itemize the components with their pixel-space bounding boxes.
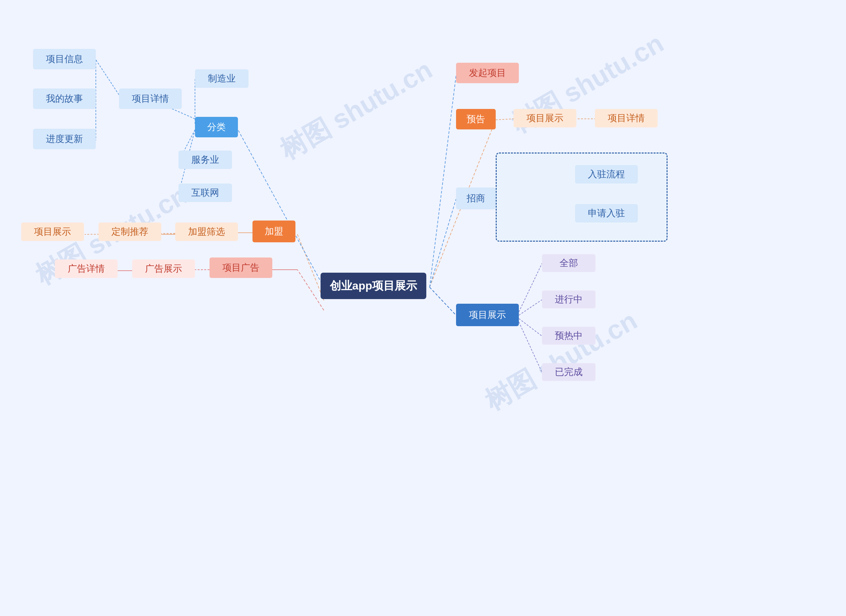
center-node: 创业app项目展示 <box>321 273 426 299</box>
node-yugao: 预告 <box>456 109 496 129</box>
node-faqi-xm-label: 发起项目 <box>469 67 506 79</box>
node-hulianwang: 互联网 <box>178 183 232 202</box>
svg-line-34 <box>430 287 456 315</box>
svg-line-28 <box>496 119 513 120</box>
node-faqi-xm: 发起项目 <box>456 63 519 83</box>
node-jiameng: 加盟 <box>253 220 296 242</box>
node-xm-xiangqing-left: 项目详情 <box>119 88 182 109</box>
node-quanbu-label: 全部 <box>559 257 578 269</box>
node-yiwancheng: 已完成 <box>542 363 596 381</box>
svg-line-37 <box>519 318 542 336</box>
node-xm-zhanshi-left: 项目展示 <box>21 223 84 241</box>
node-fenlei-label: 分类 <box>207 121 226 133</box>
node-xm-guanggao: 项目广告 <box>209 258 272 278</box>
node-ruzhu-liucheng: 入驻流程 <box>575 165 638 183</box>
node-hulianwang-label: 互联网 <box>191 186 219 199</box>
node-xm-xinxi: 项目信息 <box>33 49 96 69</box>
svg-line-36 <box>519 300 542 315</box>
svg-line-6 <box>297 270 324 310</box>
center-label: 创业app项目展示 <box>330 278 417 293</box>
node-ruzhu-liucheng-label: 入驻流程 <box>588 168 625 180</box>
svg-line-35 <box>519 263 542 312</box>
svg-line-38 <box>519 322 542 373</box>
node-zhizaoye: 制造业 <box>195 69 249 88</box>
node-jiameng-label: 加盟 <box>265 225 283 238</box>
node-quanbu: 全部 <box>542 254 596 272</box>
watermark-2: 树图 shutu.cn <box>274 52 439 168</box>
node-yugao-label: 预告 <box>466 113 485 125</box>
node-xm-xiangqing-right: 项目详情 <box>595 109 658 128</box>
node-xm-xiangqing-right-label: 项目详情 <box>608 112 645 125</box>
node-xm-xiangqing-left-label: 项目详情 <box>132 92 169 105</box>
mind-map: 树图 shutu.cn 树图 shutu.cn 树图 shutu.cn 树图 s… <box>0 0 846 616</box>
node-shenqing-ruzhu: 申请入驻 <box>575 204 638 223</box>
node-yurezhong-label: 预热中 <box>555 330 583 342</box>
node-fuwuye-label: 服务业 <box>191 154 219 166</box>
node-xm-zhanshi-left-label: 项目展示 <box>34 226 71 238</box>
node-guanggao-zhanshi: 广告展示 <box>132 260 195 278</box>
node-xm-zhanshi-right: 项目展示 <box>513 109 576 128</box>
node-wode-gushi-label: 我的故事 <box>46 92 83 105</box>
node-wode-gushi: 我的故事 <box>33 88 96 109</box>
node-guanggao-xiangqing-label: 广告详情 <box>68 263 105 275</box>
node-fenlei: 分类 <box>195 117 238 137</box>
node-dingzhi-tuijian-label: 定制推荐 <box>111 226 149 238</box>
node-yurezhong: 预热中 <box>542 327 596 345</box>
node-guanggao-zhanshi-label: 广告展示 <box>145 263 182 275</box>
node-yiwancheng-label: 已完成 <box>555 366 583 378</box>
node-jiameng-shaixuan: 加盟筛选 <box>175 223 238 241</box>
node-xm-guanggao-label: 项目广告 <box>222 261 259 274</box>
node-xm-zhanshi-main-label: 项目展示 <box>469 309 506 321</box>
svg-line-26 <box>430 76 456 287</box>
svg-line-20 <box>96 60 119 95</box>
node-zhizaoye-label: 制造业 <box>208 72 235 85</box>
node-guanggao-xiangqing: 广告详情 <box>55 260 118 278</box>
node-xm-zhanshi-right-label: 项目展示 <box>527 112 564 125</box>
node-jindu-gengxin-label: 进度更新 <box>46 133 83 145</box>
node-dingzhi-tuijian: 定制推荐 <box>99 223 161 241</box>
node-jinxingzhong: 进行中 <box>542 290 596 308</box>
node-xm-zhanshi-main: 项目展示 <box>456 304 519 326</box>
node-shenqing-ruzhu-label: 申请入驻 <box>588 207 625 220</box>
svg-line-0 <box>297 233 324 301</box>
node-jiameng-shaixuan-label: 加盟筛选 <box>188 226 225 238</box>
node-zhaoshang: 招商 <box>456 188 496 209</box>
node-jindu-gengxin: 进度更新 <box>33 129 96 149</box>
node-zhaoshang-label: 招商 <box>466 192 485 205</box>
node-xm-xinxi-label: 项目信息 <box>46 53 83 65</box>
node-jinxingzhong-label: 进行中 <box>555 293 583 306</box>
svg-line-30 <box>430 199 456 287</box>
node-fuwuye: 服务业 <box>178 151 232 169</box>
